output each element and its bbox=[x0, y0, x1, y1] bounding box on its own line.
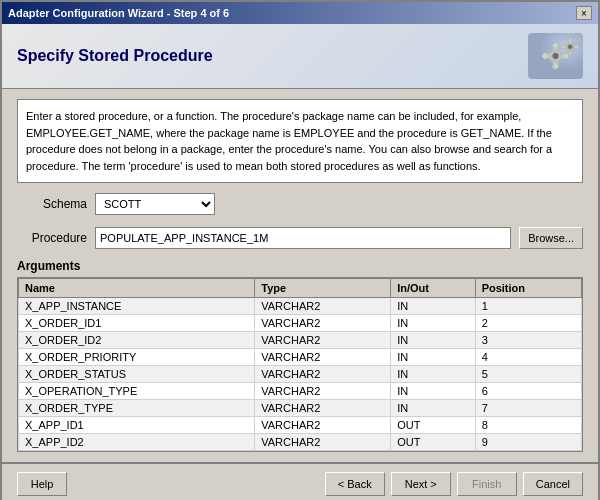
page-title: Specify Stored Procedure bbox=[17, 47, 213, 65]
cell-name: X_OPERATION_TYPE bbox=[19, 383, 255, 400]
cell-inout: OUT bbox=[391, 417, 475, 434]
svg-point-2 bbox=[552, 53, 558, 59]
cell-position: 6 bbox=[475, 383, 581, 400]
table-row: X_ORDER_TYPEVARCHAR2IN7 bbox=[19, 400, 582, 417]
cell-inout: IN bbox=[391, 332, 475, 349]
col-header-type: Type bbox=[255, 279, 391, 298]
title-bar: Adapter Configuration Wizard - Step 4 of… bbox=[2, 2, 598, 24]
cell-type: VARCHAR2 bbox=[255, 383, 391, 400]
cell-inout: OUT bbox=[391, 434, 475, 451]
cell-inout: IN bbox=[391, 349, 475, 366]
table-row: X_OPERATION_TYPEVARCHAR2IN6 bbox=[19, 383, 582, 400]
cell-name: X_ORDER_ID2 bbox=[19, 332, 255, 349]
col-header-inout: In/Out bbox=[391, 279, 475, 298]
cell-type: VARCHAR2 bbox=[255, 332, 391, 349]
cell-type: VARCHAR2 bbox=[255, 434, 391, 451]
wizard-window: Adapter Configuration Wizard - Step 4 of… bbox=[0, 0, 600, 500]
back-button[interactable]: < Back bbox=[325, 472, 385, 496]
procedure-input[interactable] bbox=[95, 227, 511, 249]
table-header-row: Name Type In/Out Position bbox=[19, 279, 582, 298]
content-area: Specify Stored Procedure bbox=[2, 24, 598, 500]
close-button[interactable]: × bbox=[576, 6, 592, 20]
arguments-table: Name Type In/Out Position X_APP_INSTANCE… bbox=[18, 278, 582, 451]
cell-position: 5 bbox=[475, 366, 581, 383]
description-text: Enter a stored procedure, or a function.… bbox=[17, 99, 583, 183]
browse-button[interactable]: Browse... bbox=[519, 227, 583, 249]
cell-inout: IN bbox=[391, 400, 475, 417]
window-title: Adapter Configuration Wizard - Step 4 of… bbox=[8, 7, 229, 19]
arguments-tbody: X_APP_INSTANCEVARCHAR2IN1X_ORDER_ID1VARC… bbox=[19, 298, 582, 451]
cell-name: X_ORDER_STATUS bbox=[19, 366, 255, 383]
table-row: X_ORDER_PRIORITYVARCHAR2IN4 bbox=[19, 349, 582, 366]
cell-name: X_ORDER_ID1 bbox=[19, 315, 255, 332]
finish-button[interactable]: Finish bbox=[457, 472, 517, 496]
cell-type: VARCHAR2 bbox=[255, 349, 391, 366]
footer-left: Help bbox=[17, 472, 67, 496]
cell-position: 9 bbox=[475, 434, 581, 451]
procedure-label: Procedure bbox=[17, 231, 87, 245]
cell-position: 7 bbox=[475, 400, 581, 417]
cell-inout: IN bbox=[391, 298, 475, 315]
col-header-name: Name bbox=[19, 279, 255, 298]
cell-type: VARCHAR2 bbox=[255, 366, 391, 383]
cell-position: 8 bbox=[475, 417, 581, 434]
next-button[interactable]: Next > bbox=[391, 472, 451, 496]
schema-row: Schema SCOTT bbox=[17, 193, 583, 215]
table-row: X_APP_ID1VARCHAR2OUT8 bbox=[19, 417, 582, 434]
svg-rect-14 bbox=[568, 51, 572, 57]
footer-right: < Back Next > Finish Cancel bbox=[325, 472, 583, 496]
cell-position: 1 bbox=[475, 298, 581, 315]
wizard-header: Specify Stored Procedure bbox=[2, 24, 598, 89]
cell-name: X_APP_ID2 bbox=[19, 434, 255, 451]
schema-label: Schema bbox=[17, 197, 87, 211]
arguments-label: Arguments bbox=[17, 259, 583, 273]
cell-type: VARCHAR2 bbox=[255, 298, 391, 315]
svg-rect-13 bbox=[568, 38, 572, 44]
table-row: X_ORDER_STATUSVARCHAR2IN5 bbox=[19, 366, 582, 383]
cell-inout: IN bbox=[391, 383, 475, 400]
cell-inout: IN bbox=[391, 366, 475, 383]
table-row: X_APP_INSTANCEVARCHAR2IN1 bbox=[19, 298, 582, 315]
main-content: Enter a stored procedure, or a function.… bbox=[2, 89, 598, 462]
cell-name: X_ORDER_PRIORITY bbox=[19, 349, 255, 366]
schema-select[interactable]: SCOTT bbox=[95, 193, 215, 215]
svg-rect-16 bbox=[574, 45, 580, 49]
cell-type: VARCHAR2 bbox=[255, 315, 391, 332]
table-row: X_ORDER_ID2VARCHAR2IN3 bbox=[19, 332, 582, 349]
wizard-footer: Help < Back Next > Finish Cancel bbox=[2, 463, 598, 500]
arguments-section: Arguments Name Type In/Out Position bbox=[17, 259, 583, 452]
svg-point-12 bbox=[568, 45, 573, 50]
cell-type: VARCHAR2 bbox=[255, 400, 391, 417]
cell-name: X_ORDER_TYPE bbox=[19, 400, 255, 417]
cell-position: 4 bbox=[475, 349, 581, 366]
cell-type: VARCHAR2 bbox=[255, 417, 391, 434]
cell-name: X_APP_ID1 bbox=[19, 417, 255, 434]
cell-inout: IN bbox=[391, 315, 475, 332]
cell-position: 3 bbox=[475, 332, 581, 349]
procedure-row: Procedure Browse... bbox=[17, 227, 583, 249]
table-row: X_APP_ID2VARCHAR2OUT9 bbox=[19, 434, 582, 451]
help-button[interactable]: Help bbox=[17, 472, 67, 496]
arguments-table-container: Name Type In/Out Position X_APP_INSTANCE… bbox=[17, 277, 583, 452]
table-row: X_ORDER_ID1VARCHAR2IN2 bbox=[19, 315, 582, 332]
col-header-position: Position bbox=[475, 279, 581, 298]
gear-icon bbox=[528, 31, 583, 81]
cell-name: X_APP_INSTANCE bbox=[19, 298, 255, 315]
cancel-button[interactable]: Cancel bbox=[523, 472, 583, 496]
svg-rect-15 bbox=[561, 45, 567, 49]
cell-position: 2 bbox=[475, 315, 581, 332]
